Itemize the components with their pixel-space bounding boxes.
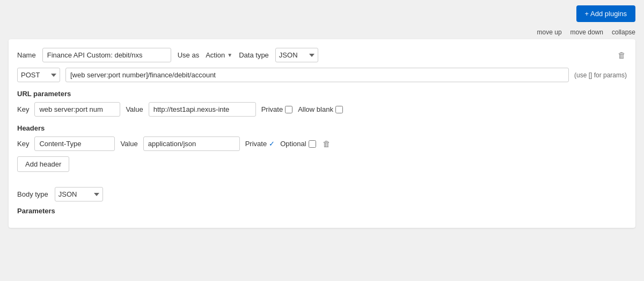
header-key-input[interactable] xyxy=(34,136,115,151)
url-allow-blank-container: Allow blank xyxy=(298,105,343,113)
url-params-row: Key Value Private Allow blank xyxy=(17,102,627,117)
name-input[interactable] xyxy=(42,48,171,62)
url-value-input[interactable] xyxy=(149,102,256,117)
nav-links: move up move down collapse xyxy=(0,27,644,39)
main-content: Name Use as Action ▼ Data type JSON XML … xyxy=(9,39,635,228)
header-value-label: Value xyxy=(120,140,137,148)
name-row: Name Use as Action ▼ Data type JSON XML … xyxy=(17,48,627,62)
headers-row: Key Value Private ✓ Optional 🗑 xyxy=(17,136,627,151)
url-parameters-section: URL parameters Key Value Private Allow b… xyxy=(17,90,627,117)
data-type-label: Data type xyxy=(239,51,269,59)
data-type-select[interactable]: JSON XML Text xyxy=(275,48,318,62)
url-allow-blank-checkbox[interactable] xyxy=(335,106,343,113)
header-optional-checkbox[interactable] xyxy=(309,140,316,148)
use-as-label: Use as xyxy=(178,51,199,59)
header-private-container: Private ✓ xyxy=(245,140,275,148)
headers-section: Headers Key Value Private ✓ Optional 🗑 A… xyxy=(17,124,627,179)
add-plugins-button[interactable]: + Add plugins xyxy=(576,5,635,22)
header-private-label: Private xyxy=(245,140,267,148)
move-down-link[interactable]: move down xyxy=(570,28,603,36)
url-key-label: Key xyxy=(17,105,29,113)
right-icons: 🗑 xyxy=(617,49,627,61)
action-dropdown-arrow: ▼ xyxy=(227,52,232,58)
header-key-label: Key xyxy=(17,140,29,148)
url-private-checkbox[interactable] xyxy=(285,106,292,113)
url-input[interactable] xyxy=(65,68,569,82)
body-type-row: Body type JSON XML Form xyxy=(17,187,627,201)
header-value-input[interactable] xyxy=(143,136,240,151)
top-bar: + Add plugins xyxy=(0,0,644,27)
header-private-checkmark: ✓ xyxy=(269,140,275,148)
row-delete-button[interactable]: 🗑 xyxy=(617,49,627,61)
url-private-label: Private xyxy=(261,105,283,113)
url-private-container: Private xyxy=(261,105,292,113)
header-delete-button[interactable]: 🗑 xyxy=(321,138,332,149)
url-parameters-title: URL parameters xyxy=(17,90,627,98)
name-label: Name xyxy=(17,51,36,59)
action-dropdown[interactable]: Action ▼ xyxy=(206,51,232,59)
method-select[interactable]: POST GET PUT DELETE PATCH xyxy=(17,68,60,82)
add-header-button[interactable]: Add header xyxy=(17,156,69,172)
action-label: Action xyxy=(206,51,225,59)
header-optional-container: Optional xyxy=(280,140,316,148)
url-row: POST GET PUT DELETE PATCH (use [] for pa… xyxy=(17,68,627,82)
body-type-label: Body type xyxy=(17,190,48,198)
header-optional-label: Optional xyxy=(280,140,306,148)
params-hint: (use [] for params) xyxy=(574,71,627,79)
body-type-select[interactable]: JSON XML Form xyxy=(55,187,103,201)
parameters-title: Parameters xyxy=(17,207,627,215)
collapse-link[interactable]: collapse xyxy=(612,28,635,36)
headers-title: Headers xyxy=(17,124,627,132)
url-value-label: Value xyxy=(126,105,143,113)
url-allow-blank-label: Allow blank xyxy=(298,105,333,113)
move-up-link[interactable]: move up xyxy=(537,28,562,36)
url-key-input[interactable] xyxy=(34,102,120,117)
